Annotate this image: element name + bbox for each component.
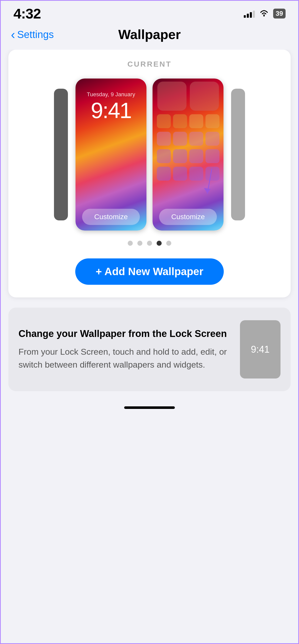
current-label: CURRENT (8, 60, 291, 68)
app-icon (205, 114, 219, 128)
home-bar (124, 406, 175, 409)
wallpaper-carousel: Tuesday, 9 January 9:41 Customize (8, 79, 291, 231)
app-icon (173, 132, 187, 146)
dot-5 (166, 241, 171, 246)
back-button[interactable]: ‹ Settings (11, 28, 54, 41)
app-icon (157, 167, 171, 181)
icon-row-3 (156, 132, 220, 146)
app-icon (173, 149, 187, 163)
dot-1 (128, 241, 133, 246)
app-icon (189, 167, 203, 181)
info-desc: From your Lock Screen, touch and hold to… (18, 345, 230, 371)
phone-pair: Tuesday, 9 January 9:41 Customize (76, 79, 223, 231)
page-title: Wallpaper (118, 27, 181, 42)
lock-time-section: Tuesday, 9 January 9:41 (76, 79, 146, 127)
home-customize-button[interactable]: Customize (159, 209, 217, 225)
app-icon (189, 132, 203, 146)
lock-time: 9:41 (81, 99, 141, 122)
info-preview-thumbnail: 9:41 (240, 320, 281, 378)
status-bar: 4:32 39 (1, 1, 298, 24)
info-card: Change your Wallpaper from the Lock Scre… (8, 308, 291, 391)
status-time: 4:32 (13, 5, 41, 22)
app-icon (205, 132, 219, 146)
home-wallpaper (153, 79, 223, 231)
side-preview-right (231, 89, 245, 220)
signal-icon (244, 10, 255, 18)
lock-screen-frame[interactable]: Tuesday, 9 January 9:41 Customize (76, 79, 146, 231)
info-text: Change your Wallpaper from the Lock Scre… (18, 328, 230, 371)
info-title: Change your Wallpaper from the Lock Scre… (18, 328, 230, 340)
pagination-dots (8, 241, 291, 246)
lock-wallpaper: Tuesday, 9 January 9:41 (76, 79, 146, 231)
dot-3 (147, 241, 152, 246)
lock-date: Tuesday, 9 January (81, 91, 141, 98)
dot-4-active (157, 241, 162, 246)
app-icon (157, 114, 171, 128)
app-icon (189, 114, 203, 128)
app-icon (205, 167, 219, 181)
info-preview-time: 9:41 (251, 344, 270, 355)
home-app-grid (153, 79, 223, 213)
icon-row-2 (156, 114, 220, 128)
nav-bar: ‹ Settings Wallpaper (1, 24, 298, 50)
home-screen-frame[interactable]: Customize (153, 79, 223, 231)
status-icons: 39 (244, 9, 286, 18)
wifi-icon (259, 9, 269, 18)
app-icon (173, 167, 187, 181)
dot-2 (137, 241, 142, 246)
app-icon (157, 149, 171, 163)
app-icon (190, 82, 219, 111)
wallpaper-card: CURRENT Tuesday, 9 January 9:41 Customiz… (8, 50, 291, 297)
back-label: Settings (17, 29, 54, 40)
app-icon (205, 149, 219, 163)
svg-point-0 (263, 15, 265, 16)
home-indicator (1, 391, 298, 416)
back-arrow-icon: ‹ (11, 28, 15, 41)
app-icon (173, 114, 187, 128)
icon-row-1 (156, 82, 220, 111)
app-icon (157, 82, 186, 111)
lock-customize-button[interactable]: Customize (82, 209, 140, 225)
icon-row-5 (156, 167, 220, 181)
side-preview-left (54, 89, 68, 220)
icon-row-4 (156, 149, 220, 163)
app-icon (189, 149, 203, 163)
app-icon (157, 132, 171, 146)
battery-icon: 39 (273, 9, 286, 18)
add-wallpaper-button[interactable]: + Add New Wallpaper (75, 258, 223, 285)
